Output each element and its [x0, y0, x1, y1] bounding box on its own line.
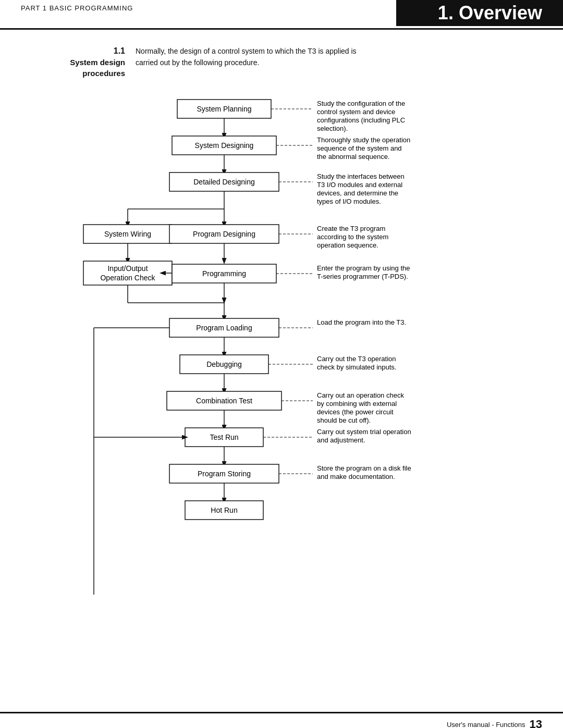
- box-input-output-2: Operation Check: [100, 274, 155, 282]
- box-input-output: Input/Output: [107, 264, 148, 273]
- svg-text:T3 I/O modules and external: T3 I/O modules and external: [317, 181, 402, 189]
- box-hot-run: Hot Run: [211, 506, 237, 514]
- note-programming: Enter the program by using the: [317, 264, 410, 272]
- box-program-loading: Program Loading: [196, 324, 252, 332]
- note-detailed-designing: Study the interfaces between: [317, 172, 405, 180]
- page-footer: User's manual - Functions 13: [0, 712, 563, 728]
- footer-page-number: 13: [530, 718, 542, 728]
- note-program-storing: Store the program on a disk file: [317, 464, 411, 472]
- main-content: 1.1 System design procedures Normally, t…: [0, 30, 563, 728]
- section-desc-line1: Normally, the design of a control system…: [136, 45, 357, 57]
- svg-text:sequence of the system and: sequence of the system and: [317, 144, 402, 152]
- flowchart-svg: System Planning System Designing Detaile…: [31, 94, 532, 704]
- note-debugging: Carry out the T3 operation: [317, 355, 396, 363]
- note-system-designing: Thoroughly study the operation: [317, 136, 410, 144]
- svg-text:operation sequence.: operation sequence.: [317, 241, 378, 249]
- box-detailed-designing: Detailed Designing: [193, 178, 255, 186]
- box-test-run: Test Run: [210, 433, 238, 441]
- section-title-line1: System design: [21, 57, 125, 68]
- box-program-storing: Program Storing: [198, 470, 251, 478]
- section-title-line2: procedures: [21, 68, 125, 79]
- svg-text:according to the system: according to the system: [317, 233, 388, 241]
- section-description: Normally, the design of a control system…: [136, 45, 357, 69]
- note-combination-test: Carry out an operation check: [317, 391, 404, 399]
- svg-text:devices (the power circuit: devices (the power circuit: [317, 408, 394, 416]
- box-programming: Programming: [202, 269, 246, 278]
- section-number: 1.1: [21, 45, 125, 57]
- header-section-label: PART 1 BASIC PROGRAMMING: [0, 0, 396, 26]
- note-system-planning: Study the configuration of the: [317, 100, 405, 107]
- svg-text:by combining with external: by combining with external: [317, 400, 397, 408]
- box-system-planning: System Planning: [197, 105, 251, 113]
- svg-text:check by simulated inputs.: check by simulated inputs.: [317, 363, 396, 371]
- box-system-wiring: System Wiring: [104, 230, 151, 238]
- note-program-loading: Load the program into the T3.: [317, 318, 406, 326]
- svg-text:devices, and determine the: devices, and determine the: [317, 189, 398, 197]
- svg-text:control system and device: control system and device: [317, 108, 395, 116]
- note-test-run: Carry out system trial operation: [317, 428, 411, 436]
- section-desc-line2: carried out by the following procedure.: [136, 57, 357, 68]
- page-header: PART 1 BASIC PROGRAMMING 1. Overview: [0, 0, 563, 30]
- header-chapter-title: 1. Overview: [396, 0, 563, 26]
- svg-text:types of I/O modules.: types of I/O modules.: [317, 198, 381, 205]
- box-debugging: Debugging: [206, 360, 242, 368]
- section-title: 1.1 System design procedures: [21, 45, 125, 79]
- svg-text:and adjustment.: and adjustment.: [317, 436, 365, 444]
- svg-text:configurations (including PLC: configurations (including PLC: [317, 116, 405, 124]
- note-program-designing: Create the T3 program: [317, 225, 385, 232]
- box-system-designing: System Designing: [195, 141, 254, 150]
- svg-text:the abnormal sequence.: the abnormal sequence.: [317, 153, 389, 161]
- box-combination-test: Combination Test: [196, 397, 252, 405]
- footer-label: User's manual - Functions: [447, 721, 525, 728]
- section-header: 1.1 System design procedures Normally, t…: [21, 45, 542, 79]
- svg-text:and make documentation.: and make documentation.: [317, 473, 395, 480]
- svg-text:selection).: selection).: [317, 125, 348, 132]
- svg-text:T-series programmer (T-PDS).: T-series programmer (T-PDS).: [317, 273, 408, 280]
- svg-text:should be cut off).: should be cut off).: [317, 416, 371, 424]
- box-program-designing: Program Designing: [193, 230, 255, 238]
